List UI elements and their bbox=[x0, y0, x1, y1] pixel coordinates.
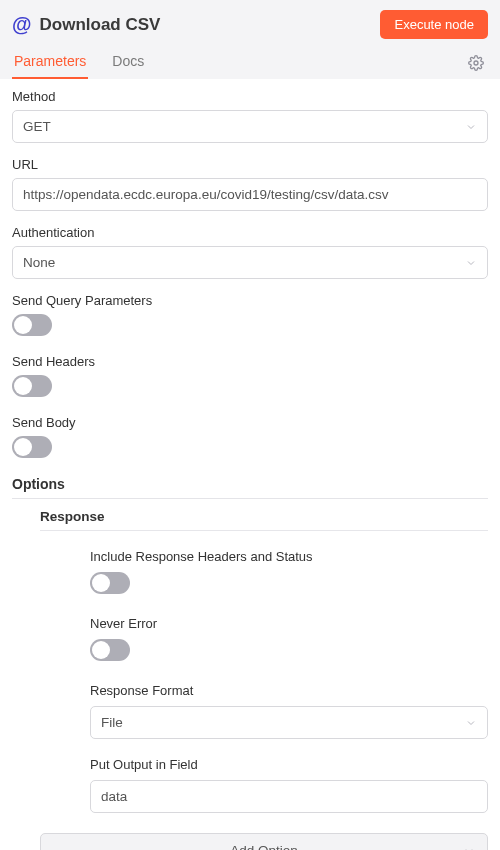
response-title: Response bbox=[40, 509, 488, 531]
response-format-field: Response Format File bbox=[90, 683, 488, 739]
add-option-label: Add Option bbox=[230, 843, 298, 850]
send-headers-field: Send Headers bbox=[12, 354, 488, 401]
tabs-row: Parameters Docs bbox=[12, 47, 488, 79]
header-bar: @ Download CSV Execute node Parameters D… bbox=[0, 0, 500, 79]
send-body-toggle[interactable] bbox=[12, 436, 52, 458]
include-headers-label: Include Response Headers and Status bbox=[90, 549, 488, 564]
parameters-panel: Method GET URL Authentication None Send … bbox=[0, 79, 500, 850]
response-format-label: Response Format bbox=[90, 683, 488, 698]
response-format-select[interactable]: File bbox=[90, 706, 488, 739]
never-error-toggle[interactable] bbox=[90, 639, 130, 661]
method-select[interactable]: GET bbox=[12, 110, 488, 143]
url-label: URL bbox=[12, 157, 488, 172]
title-wrap: @ Download CSV bbox=[12, 13, 160, 36]
chevron-down-icon bbox=[463, 845, 475, 851]
chevron-down-icon bbox=[465, 121, 477, 133]
send-query-toggle[interactable] bbox=[12, 314, 52, 336]
never-error-label: Never Error bbox=[90, 616, 488, 631]
options-section-label: Options bbox=[12, 476, 488, 499]
include-headers-field: Include Response Headers and Status bbox=[90, 549, 488, 598]
url-field-wrap: URL bbox=[12, 157, 488, 211]
response-block: Response Include Response Headers and St… bbox=[12, 509, 488, 813]
never-error-field: Never Error bbox=[90, 616, 488, 665]
node-title: Download CSV bbox=[40, 15, 161, 35]
output-field-label: Put Output in Field bbox=[90, 757, 488, 772]
add-option-button[interactable]: Add Option bbox=[40, 833, 488, 850]
send-headers-toggle[interactable] bbox=[12, 375, 52, 397]
auth-select[interactable]: None bbox=[12, 246, 488, 279]
auth-label: Authentication bbox=[12, 225, 488, 240]
svg-point-0 bbox=[474, 61, 478, 65]
send-query-label: Send Query Parameters bbox=[12, 293, 488, 308]
send-body-field: Send Body bbox=[12, 415, 488, 462]
send-headers-label: Send Headers bbox=[12, 354, 488, 369]
method-field: Method GET bbox=[12, 89, 488, 143]
node-type-icon: @ bbox=[12, 13, 32, 36]
output-field-input[interactable] bbox=[90, 780, 488, 813]
tabs: Parameters Docs bbox=[12, 47, 146, 79]
header-top: @ Download CSV Execute node bbox=[12, 10, 488, 47]
include-headers-toggle[interactable] bbox=[90, 572, 130, 594]
auth-value: None bbox=[23, 255, 55, 270]
url-input[interactable] bbox=[12, 178, 488, 211]
settings-gear-icon[interactable] bbox=[464, 51, 488, 75]
tab-parameters[interactable]: Parameters bbox=[12, 47, 88, 79]
execute-node-button[interactable]: Execute node bbox=[380, 10, 488, 39]
method-label: Method bbox=[12, 89, 488, 104]
response-inner: Include Response Headers and Status Neve… bbox=[40, 549, 488, 813]
send-query-field: Send Query Parameters bbox=[12, 293, 488, 340]
send-body-label: Send Body bbox=[12, 415, 488, 430]
chevron-down-icon bbox=[465, 717, 477, 729]
auth-field: Authentication None bbox=[12, 225, 488, 279]
tab-docs[interactable]: Docs bbox=[110, 47, 146, 79]
chevron-down-icon bbox=[465, 257, 477, 269]
response-format-value: File bbox=[101, 715, 123, 730]
output-field-wrap: Put Output in Field bbox=[90, 757, 488, 813]
method-value: GET bbox=[23, 119, 51, 134]
